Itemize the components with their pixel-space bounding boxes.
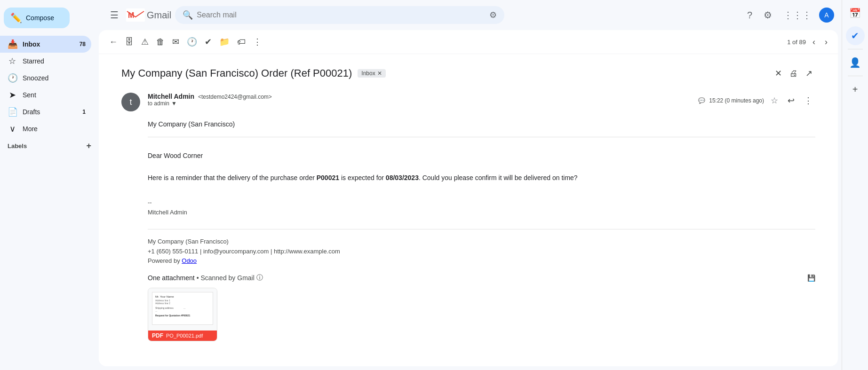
- attachment-preview: Mr. Your Name Address line 1Address line…: [148, 288, 217, 331]
- footer-website: http://www.example.com: [274, 248, 340, 255]
- message-time-area: 💬 15:22 (0 minutes ago) ☆ ↩ ⋮: [698, 93, 815, 109]
- open-in-new-button[interactable]: ↗: [803, 65, 815, 81]
- svg-text:M: M: [128, 11, 134, 19]
- search-icon: 🔍: [183, 10, 193, 20]
- body-divider-1: [148, 137, 815, 137]
- pdf-icon: PDF: [152, 332, 163, 339]
- inbox-tag-label: Inbox: [361, 70, 375, 77]
- sidebar-item-more[interactable]: ∨ More: [0, 120, 91, 137]
- message-more-button[interactable]: ⋮: [801, 93, 815, 109]
- delete-button[interactable]: 🗑: [153, 34, 167, 50]
- star-button[interactable]: ☆: [768, 93, 781, 109]
- footer-contact: +1 (650) 555-0111 | info@yourcompany.com…: [148, 247, 815, 257]
- move-button[interactable]: 📁: [216, 34, 232, 50]
- spam-button[interactable]: ⚠: [138, 34, 151, 50]
- snooze-button[interactable]: 🕐: [184, 34, 200, 50]
- settings-button[interactable]: ⚙: [760, 6, 776, 24]
- sender-info: Mitchell Admin <testdemo2424@gmail.com> …: [148, 93, 698, 107]
- search-bar[interactable]: 🔍 ⚙: [175, 6, 504, 24]
- tasks-check-icon[interactable]: ✔: [846, 26, 865, 45]
- search-filter-icon[interactable]: ⚙: [489, 10, 497, 20]
- sender-email: <testdemo2424@gmail.com>: [198, 94, 272, 100]
- right-panel-divider-2: [848, 76, 863, 76]
- drafts-icon: 📄: [8, 107, 17, 117]
- back-button[interactable]: ←: [106, 34, 120, 50]
- app-header: ☰ M Gmail 🔍 ⚙ ? ⚙ ⋮⋮⋮: [99, 0, 842, 30]
- add-task-button[interactable]: ✔: [202, 34, 215, 50]
- mark-button[interactable]: ✉: [169, 34, 182, 50]
- sent-icon: ➤: [8, 90, 17, 100]
- reply-button[interactable]: ↩: [785, 93, 797, 109]
- help-button[interactable]: ?: [743, 6, 756, 24]
- sidebar-item-label: Starred: [23, 57, 44, 65]
- gmail-text: Gmail: [147, 10, 171, 21]
- prev-email-button[interactable]: ‹: [810, 34, 818, 50]
- to-label: to admin: [148, 100, 169, 107]
- signature: -- Mitchell Admin: [148, 198, 815, 218]
- message-time: 15:22 (0 minutes ago): [709, 97, 764, 104]
- attachment-save-icon[interactable]: 💾: [807, 274, 815, 282]
- archive-button[interactable]: 🗄: [122, 34, 136, 50]
- powered-by: Powered by Odoo: [148, 256, 815, 266]
- user-avatar[interactable]: A: [819, 8, 834, 23]
- snoozed-icon: 🕐: [8, 73, 17, 83]
- gmail-m-logo: M: [126, 8, 145, 22]
- gmail-logo: M Gmail: [126, 8, 171, 22]
- compose-icon: ✏️: [10, 12, 22, 24]
- calendar-icon[interactable]: 📅: [846, 4, 865, 23]
- nav-list: 📥 Inbox 78 ☆ Starred 🕐 Snoozed ➤ Sent 📄 …: [0, 36, 99, 137]
- inbox-tag-close[interactable]: ✕: [377, 70, 382, 77]
- sidebar: ✏️ Compose 📥 Inbox 78 ☆ Starred 🕐 Snooze…: [0, 0, 99, 370]
- right-panel-divider: [848, 49, 863, 49]
- body-company: My Company (San Francisco): [148, 119, 815, 129]
- apps-button[interactable]: ⋮⋮⋮: [780, 6, 815, 24]
- search-input[interactable]: [197, 11, 486, 19]
- pagination-text: 1 of 89: [787, 39, 806, 46]
- attachment-scanned: • Scanned by Gmail: [197, 274, 255, 282]
- attachment-info-icon: ⓘ: [256, 274, 263, 282]
- add-panel-icon[interactable]: +: [846, 80, 865, 99]
- odoo-link[interactable]: Odoo: [182, 257, 197, 264]
- email-content: My Company (San Francisco) Order (Ref P0…: [99, 54, 838, 366]
- compose-label: Compose: [26, 14, 54, 22]
- sidebar-item-starred[interactable]: ☆ Starred: [0, 53, 91, 70]
- compose-button[interactable]: ✏️ Compose: [4, 8, 70, 28]
- delivery-date: 08/03/2023: [386, 174, 419, 181]
- sidebar-item-label: Sent: [23, 91, 36, 99]
- inbox-icon: 📥: [8, 39, 17, 49]
- footer-company: My Company (San Francisco): [148, 237, 815, 247]
- attachment-filename: PO_P00021.pdf: [166, 333, 203, 339]
- drafts-badge: 1: [82, 109, 86, 115]
- attachment-card[interactable]: Mr. Your Name Address line 1Address line…: [148, 288, 217, 341]
- labels-add-icon[interactable]: +: [86, 141, 91, 151]
- print-button[interactable]: 🖨: [787, 65, 801, 81]
- star-icon: ☆: [8, 56, 17, 66]
- hamburger-menu[interactable]: ☰: [106, 6, 122, 24]
- email-subject-row: My Company (San Francisco) Order (Ref P0…: [121, 65, 815, 81]
- sidebar-item-sent[interactable]: ➤ Sent: [0, 87, 91, 103]
- more-toolbar-button[interactable]: ⋮: [250, 34, 264, 50]
- message-header: t Mitchell Admin <testdemo2424@gmail.com…: [121, 93, 815, 111]
- to-dropdown-icon[interactable]: ▼: [171, 100, 177, 107]
- po-number: P00021: [317, 174, 339, 181]
- header-actions: ? ⚙ ⋮⋮⋮ A: [743, 6, 834, 24]
- footer-sep2: |: [271, 248, 274, 255]
- sender-avatar: t: [121, 93, 140, 111]
- sidebar-item-snoozed[interactable]: 🕐 Snoozed: [0, 70, 91, 87]
- attachment-footer: PDF PO_P00021.pdf: [148, 331, 217, 341]
- body-message: Here is a reminder that the delivery of …: [148, 173, 815, 183]
- close-email-button[interactable]: ✕: [772, 65, 785, 81]
- email-view: ← 🗄 ⚠ 🗑 ✉ 🕐 ✔ 📁 🏷 ⋮ 1 of 89 ‹ ›: [99, 30, 838, 366]
- sender-name: Mitchell Admin: [148, 93, 194, 100]
- sidebar-item-label: Inbox: [23, 40, 40, 48]
- attachment-thumbnail: Mr. Your Name Address line 1Address line…: [152, 292, 213, 325]
- next-email-button[interactable]: ›: [822, 34, 830, 50]
- contacts-icon[interactable]: 👤: [846, 53, 865, 72]
- attachment-section: One attachment • Scanned by Gmail ⓘ 💾 Mr…: [121, 274, 815, 341]
- sidebar-item-inbox[interactable]: 📥 Inbox 78: [0, 36, 91, 53]
- email-body: My Company (San Francisco) Dear Wood Cor…: [121, 119, 815, 266]
- labels-button[interactable]: 🏷: [234, 34, 248, 50]
- sidebar-item-drafts[interactable]: 📄 Drafts 1: [0, 103, 91, 120]
- right-panel: 📅 ✔ 👤 +: [842, 0, 868, 370]
- signature-dash: --: [148, 198, 815, 208]
